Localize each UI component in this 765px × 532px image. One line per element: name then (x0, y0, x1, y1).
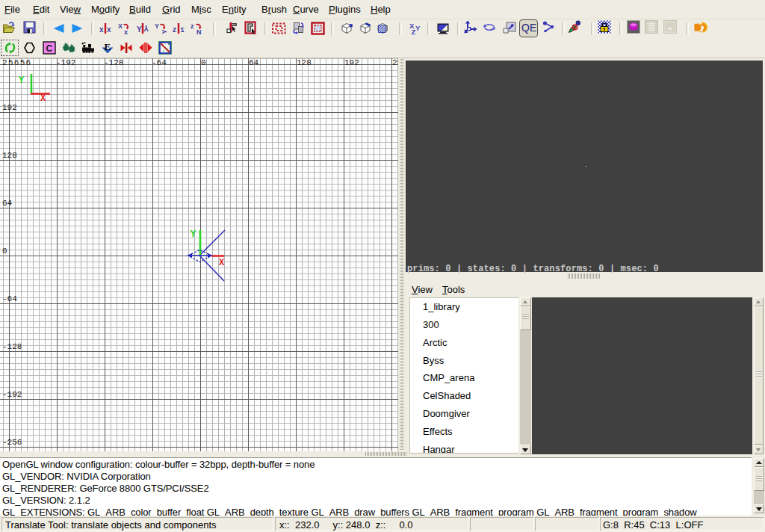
svg-text:X: X (118, 22, 123, 30)
svg-text:z: z (181, 25, 185, 34)
svg-text:X: X (219, 258, 225, 268)
svg-text:z: z (191, 22, 194, 30)
svg-text:x: x (124, 28, 128, 35)
svg-text:Y: Y (19, 75, 25, 86)
svg-text:Y: Y (415, 24, 421, 32)
svg-text:x: x (107, 25, 111, 34)
svg-text:Y: Y (191, 229, 196, 240)
svg-text:N: N (196, 28, 202, 35)
svg-text:z: z (173, 25, 176, 34)
svg-text:E: E (105, 41, 111, 52)
svg-text:Y: Y (155, 22, 159, 30)
svg-text:C: C (46, 43, 53, 54)
svg-text:X: X (40, 93, 46, 104)
svg-text:Y: Y (143, 24, 149, 32)
svg-text:Z: Z (412, 28, 416, 36)
svg-text:Y: Y (161, 29, 167, 34)
svg-text:Y: Y (137, 25, 142, 34)
svg-text:x: x (99, 25, 104, 34)
